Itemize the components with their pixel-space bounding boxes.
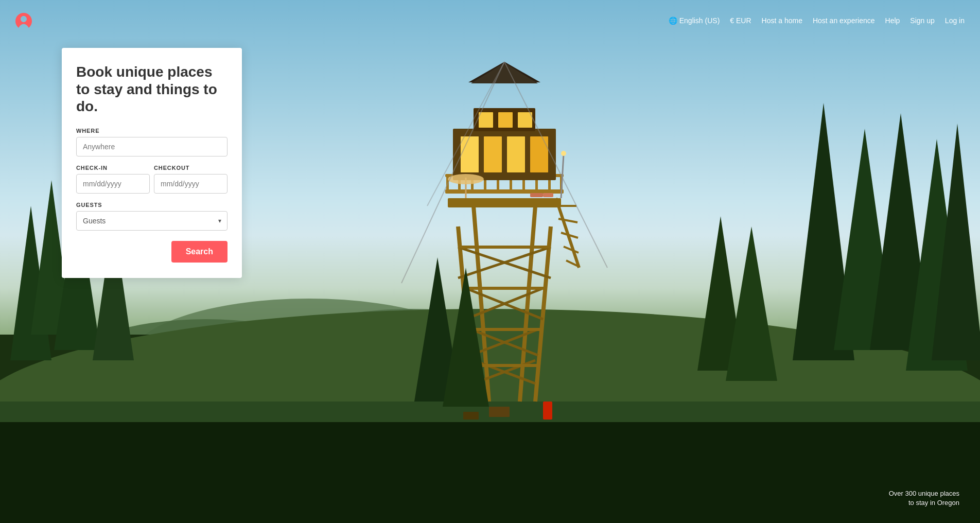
globe-icon: 🌐	[669, 16, 677, 25]
guests-label: GUESTS	[76, 202, 227, 208]
caption-line2: to stay in Oregon	[889, 498, 959, 508]
checkin-field: CHECK-IN	[76, 165, 150, 194]
checkin-label: CHECK-IN	[76, 165, 150, 171]
checkout-field: CHECKOUT	[154, 165, 227, 194]
search-button[interactable]: Search	[171, 241, 227, 263]
caption-line1: Over 300 unique places	[889, 489, 959, 498]
where-label: WHERE	[76, 128, 227, 134]
search-btn-row: Search	[76, 241, 227, 263]
bottom-caption: Over 300 unique places to stay in Oregon	[889, 489, 959, 508]
navbar: 🌐 English (US) € EUR Host a home Host an…	[0, 0, 980, 41]
guests-select-wrapper: Guests1 guest2 guests3 guests4 guests5+ …	[76, 211, 227, 231]
host-home-link[interactable]: Host a home	[762, 16, 802, 25]
where-input[interactable]	[76, 137, 227, 156]
currency-link[interactable]: € EUR	[730, 16, 751, 25]
language-link[interactable]: 🌐 English (US)	[669, 16, 720, 25]
airbnb-logo-icon	[15, 12, 32, 29]
signup-link[interactable]: Sign up	[910, 16, 934, 25]
login-link[interactable]: Log in	[945, 16, 965, 25]
help-link[interactable]: Help	[885, 16, 900, 25]
nav-links: 🌐 English (US) € EUR Host a home Host an…	[669, 16, 965, 25]
search-card: Book unique places to stay and things to…	[62, 48, 242, 278]
checkout-label: CHECKOUT	[154, 165, 227, 171]
guests-select[interactable]: Guests1 guest2 guests3 guests4 guests5+ …	[76, 211, 227, 231]
date-row: CHECK-IN CHECKOUT	[76, 165, 227, 194]
host-experience-link[interactable]: Host an experience	[813, 16, 875, 25]
checkout-input[interactable]	[154, 174, 227, 194]
logo[interactable]	[15, 12, 32, 29]
card-title: Book unique places to stay and things to…	[76, 63, 227, 115]
checkin-input[interactable]	[76, 174, 150, 194]
